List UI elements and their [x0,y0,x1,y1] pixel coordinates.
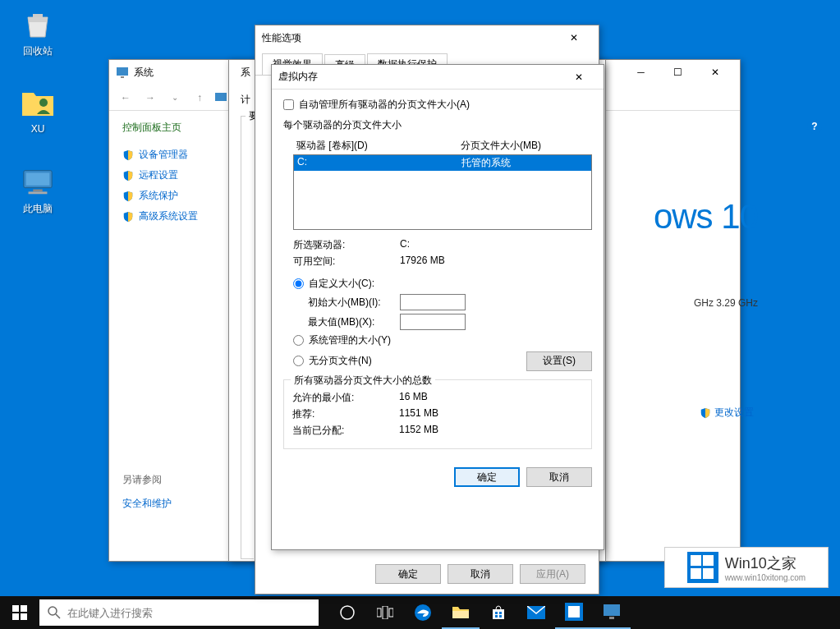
totals-legend: 所有驱动器分页文件大小的总数 [291,374,435,388]
selected-drive-label: 所选驱动器: [293,238,400,252]
folder-icon [21,85,55,120]
auto-manage-label: 自动管理所有驱动器的分页文件大小(A) [299,98,470,112]
allocated-value: 1152 MB [399,424,438,438]
custom-size-radio[interactable] [293,278,304,289]
svg-rect-29 [609,617,614,619]
totals-fieldset: 所有驱动器分页文件大小的总数 允许的最小值: 16 MB 推荐: 1151 MB… [283,379,592,449]
system-properties-icon[interactable] [593,596,631,629]
sidebar-heading: 控制面板主页 [122,121,241,135]
system-icon [116,66,129,79]
svg-point-1 [39,99,48,107]
watermark-text: Win10之家 [725,553,806,573]
help-icon[interactable]: ? [807,119,822,134]
titlebar: 虚拟内存 ✕ [272,65,604,90]
mail-icon[interactable] [517,596,555,629]
search-input[interactable] [67,607,310,619]
svg-rect-18 [389,608,393,617]
sidebar-footer-heading: 另请参阅 [122,473,241,487]
cortana-icon[interactable] [328,596,366,629]
shield-icon [122,149,134,161]
auto-manage-checkbox[interactable] [283,99,294,110]
up-button[interactable]: ↑ [190,88,209,108]
svg-rect-5 [29,191,48,194]
sidebar-link-protection[interactable]: 系统保护 [122,186,241,206]
watermark: Win10之家 www.win10xitong.com [664,547,829,588]
max-size-label: 最大值(MB)(X): [308,315,400,329]
maximize-button[interactable]: ☐ [659,60,696,85]
taskview-icon[interactable] [366,596,404,629]
svg-rect-11 [12,613,19,620]
explorer-icon[interactable] [442,596,480,629]
sidebar-link-advanced[interactable]: 高级系统设置 [122,206,241,227]
sidebar: 控制面板主页 设备管理器 远程设置 系统保护 高级系统设置 另请参阅 安全和维护 [109,111,241,561]
shield-icon [122,170,134,181]
svg-rect-22 [499,612,502,614]
edge-icon[interactable] [404,596,442,629]
desktop-icon-label: 回收站 [7,44,69,58]
recommended-label: 推荐: [292,407,399,421]
cancel-button[interactable]: 取消 [526,467,592,487]
sidebar-link-remote[interactable]: 远程设置 [122,165,241,186]
sidebar-link-label: 系统保护 [139,189,178,203]
svg-rect-24 [499,615,502,618]
windows-brand: ows 10 [654,197,758,236]
cancel-button[interactable]: 取消 [448,564,513,584]
history-button[interactable]: ⌄ [165,88,185,108]
desktop-icon-user[interactable]: XU [7,85,69,135]
recyclebin-icon [21,7,55,41]
svg-rect-20 [452,611,469,618]
free-space-label: 可用空间: [293,255,400,269]
no-paging-radio[interactable] [293,356,304,366]
sidebar-link-security[interactable]: 安全和维护 [122,494,241,514]
taskbar [0,596,840,629]
max-size-input[interactable] [400,314,466,330]
set-button[interactable]: 设置(S) [526,351,592,371]
forward-button[interactable]: → [140,88,160,108]
desktop-icon-recyclebin[interactable]: 回收站 [7,7,69,58]
no-paging-label: 无分页文件(N) [309,354,372,368]
col-drive: 驱动器 [卷标](D) [296,139,461,153]
ok-button[interactable]: 确定 [375,564,441,584]
search-icon [48,606,61,619]
virtual-memory-dialog: 虚拟内存 ✕ 自动管理所有驱动器的分页文件大小(A) 每个驱动器的分页文件大小 … [271,64,604,550]
svg-rect-7 [121,76,124,78]
close-button[interactable]: ✕ [555,25,592,50]
svg-rect-10 [21,605,27,612]
close-button[interactable]: ✕ [560,65,597,90]
svg-rect-23 [495,615,498,618]
svg-rect-8 [215,93,227,101]
shield-icon [122,211,134,223]
desktop-icon-thispc[interactable]: 此电脑 [7,164,69,216]
system-managed-radio[interactable] [293,335,304,346]
recommended-value: 1151 MB [399,407,438,421]
dialog-footer: 确定 取消 [272,457,604,497]
ok-button[interactable]: 确定 [454,467,520,487]
window-title: 虚拟内存 [278,70,560,84]
sidebar-link-devicemgr[interactable]: 设备管理器 [122,145,241,165]
search-box[interactable] [39,599,319,626]
svg-rect-9 [12,605,19,612]
back-button[interactable]: ← [116,88,135,108]
svg-line-14 [56,614,60,618]
sidebar-link-label: 远程设置 [139,168,178,182]
svg-rect-3 [26,173,50,186]
desktop-icon-label: XU [7,123,69,135]
pc-icon [21,164,55,199]
windows-icon [12,605,27,620]
initial-size-input[interactable] [400,294,466,310]
close-button[interactable]: ✕ [696,60,733,85]
sidebar-link-label: 高级系统设置 [139,209,198,223]
shield-icon [700,407,711,419]
change-settings-link[interactable]: 更改设置 [700,406,754,420]
svg-rect-21 [495,612,498,614]
minimize-button[interactable]: ─ [622,60,659,85]
window-title: 性能选项 [262,31,555,45]
settings-app-icon[interactable] [555,596,593,629]
drive-list[interactable]: C: 托管的系统 [293,154,592,230]
store-icon[interactable] [480,596,517,629]
apply-button[interactable]: 应用(A) [520,564,585,584]
drive-row[interactable]: C: 托管的系统 [294,155,591,171]
svg-rect-0 [33,14,43,17]
start-button[interactable] [0,596,39,629]
sidebar-link-label: 设备管理器 [139,148,188,162]
